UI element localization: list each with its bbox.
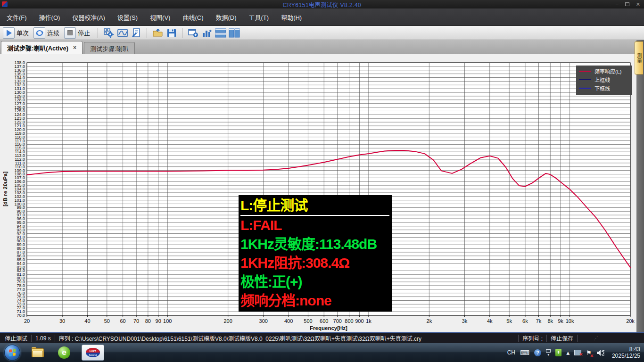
menu-tools[interactable]: 工具(T) xyxy=(249,13,269,22)
svg-text:600: 600 xyxy=(320,318,328,324)
menu-view[interactable]: 视图(V) xyxy=(150,13,170,22)
language-indicator[interactable]: CH xyxy=(507,349,515,356)
taskbar-browser-button[interactable]: e xyxy=(55,345,73,361)
taskbar-crysound-button[interactable]: CRY Sound xyxy=(82,345,104,361)
tab-test-step-active[interactable]: 测试步骤:喇叭(Active) × xyxy=(1,41,83,54)
svg-text:40: 40 xyxy=(84,318,90,324)
result-pass-fail: L:FAIL xyxy=(240,216,389,235)
tile-horizontal-button[interactable] xyxy=(215,27,226,39)
svg-text:20k: 20k xyxy=(626,318,635,324)
legend-label: 下框线 xyxy=(594,84,610,92)
ime-toolbar-button[interactable]: ▾ xyxy=(546,349,551,357)
svg-text:60: 60 xyxy=(120,318,125,324)
result-sensitivity: 1KHz灵敏度:113.48dB xyxy=(240,235,389,254)
menu-curve[interactable]: 曲线(C) xyxy=(182,13,203,22)
svg-text:800: 800 xyxy=(345,318,353,324)
keyboard-icon[interactable]: ⌨ xyxy=(520,349,529,356)
show-hidden-icons-button[interactable]: ▴ xyxy=(566,349,570,356)
save-file-button[interactable] xyxy=(165,27,177,39)
svg-text:200: 200 xyxy=(223,318,232,324)
legend-label: 上框线 xyxy=(594,76,610,83)
resize-grip[interactable]: ⋰ xyxy=(594,336,599,341)
browser-icon: e xyxy=(58,346,70,359)
docked-measure-tab[interactable]: 测量 xyxy=(635,41,643,74)
legend-item-upper-limit[interactable]: 上框线 xyxy=(579,75,629,84)
tab-test-step[interactable]: 测试步骤:喇叭 xyxy=(84,42,135,54)
svg-text:2k: 2k xyxy=(427,318,432,324)
open-folder-icon xyxy=(153,28,163,37)
taskbar: e CRY Sound CH ⌨ ? ▾ ↟ ▴ ✕ ⚑✕ xyxy=(0,343,644,362)
report-doc-icon xyxy=(132,28,141,38)
status-separator xyxy=(55,335,55,342)
legend-swatch xyxy=(579,88,591,89)
stop-label[interactable]: 停止 xyxy=(78,28,90,37)
open-file-button[interactable] xyxy=(152,27,164,39)
run-continuous-button[interactable] xyxy=(33,27,45,39)
svg-text:7k: 7k xyxy=(536,318,542,324)
window-restore-button[interactable] xyxy=(625,0,629,8)
measure-settings-button[interactable] xyxy=(103,27,115,39)
run-continuous-label[interactable]: 连续 xyxy=(47,28,59,37)
status-separator xyxy=(31,335,32,342)
usb-device-icon[interactable]: ↟ xyxy=(555,349,561,356)
svg-text:Sound: Sound xyxy=(89,354,97,356)
windows-logo-icon xyxy=(9,349,16,356)
svg-text:20: 20 xyxy=(24,318,30,324)
docked-tab-label: 测量 xyxy=(636,53,643,63)
new-chart-button[interactable] xyxy=(201,27,213,39)
volume-icon[interactable] xyxy=(596,349,604,356)
menu-help[interactable]: 帮助(H) xyxy=(281,13,302,22)
svg-text:4k: 4k xyxy=(487,318,493,324)
status-separator xyxy=(546,335,547,342)
crysound-logo-icon: CRY Sound xyxy=(85,347,101,358)
menu-file[interactable]: 文件(F) xyxy=(7,13,27,22)
svg-text:30: 30 xyxy=(59,318,65,324)
menu-data[interactable]: 数据(D) xyxy=(215,13,236,22)
chevron-down-icon: ▾ xyxy=(547,353,549,357)
menu-settings[interactable]: 设置(S) xyxy=(117,13,138,22)
new-window-button[interactable] xyxy=(187,27,199,39)
curve-settings-button[interactable] xyxy=(116,27,128,39)
legend-label: 频率响应(L) xyxy=(594,67,621,75)
add-window-icon xyxy=(188,28,198,38)
status-bar: 停止测试 1.09 s 序列 : C:\Users\CRYSOUND001\De… xyxy=(0,332,644,343)
report-button[interactable] xyxy=(130,27,142,39)
action-center-flag-icon[interactable]: ⚑✕ xyxy=(586,349,592,356)
settings-grid-gear-icon xyxy=(104,28,114,38)
window-close-button[interactable]: ✕ xyxy=(636,0,640,8)
legend-item-frequency-response[interactable]: 频率响应(L) xyxy=(579,67,629,75)
result-impedance: 1KHz阻抗:308.4Ω xyxy=(240,254,389,272)
start-button[interactable] xyxy=(4,345,20,361)
status-separator xyxy=(577,335,578,342)
error-badge: ✕ xyxy=(579,352,583,357)
run-single-label[interactable]: 单次 xyxy=(17,28,29,37)
status-save-state: 停止保存 xyxy=(551,334,573,342)
tile-vertical-button[interactable] xyxy=(228,27,240,39)
status-state: 停止测试 xyxy=(5,334,27,342)
play-icon xyxy=(7,30,12,36)
window-minimize-button[interactable]: – xyxy=(616,0,619,8)
menu-operate[interactable]: 操作(O) xyxy=(39,13,60,22)
taskbar-clock[interactable]: 8:43 2025/12/25 xyxy=(612,346,640,359)
svg-text:8k: 8k xyxy=(547,318,553,324)
chart-legend: 频率响应(L) 上框线 下框线 xyxy=(576,66,632,95)
docked-panel-strip xyxy=(636,40,644,332)
run-single-button[interactable] xyxy=(3,27,15,39)
tab-close-icon[interactable]: × xyxy=(73,44,76,51)
taskbar-explorer-button[interactable] xyxy=(29,345,47,361)
svg-text:9k: 9k xyxy=(558,318,563,324)
svg-text:70: 70 xyxy=(133,318,139,324)
svg-text:3k: 3k xyxy=(462,318,468,324)
svg-text:500: 500 xyxy=(304,318,312,324)
stop-button[interactable] xyxy=(64,27,76,39)
folder-icon xyxy=(32,348,44,357)
help-icon[interactable]: ? xyxy=(534,349,541,356)
legend-item-lower-limit[interactable]: 下框线 xyxy=(579,84,629,92)
menu-calibration[interactable]: 仪器校准(A) xyxy=(72,13,105,22)
clock-date: 2025/12/25 xyxy=(612,353,640,359)
clock-time: 8:43 xyxy=(612,346,640,353)
status-elapsed-time: 1.09 s xyxy=(35,335,51,342)
network-status-icon[interactable]: ✕ xyxy=(574,350,581,355)
tile-vertical-icon xyxy=(229,28,240,38)
stop-icon xyxy=(67,30,73,35)
